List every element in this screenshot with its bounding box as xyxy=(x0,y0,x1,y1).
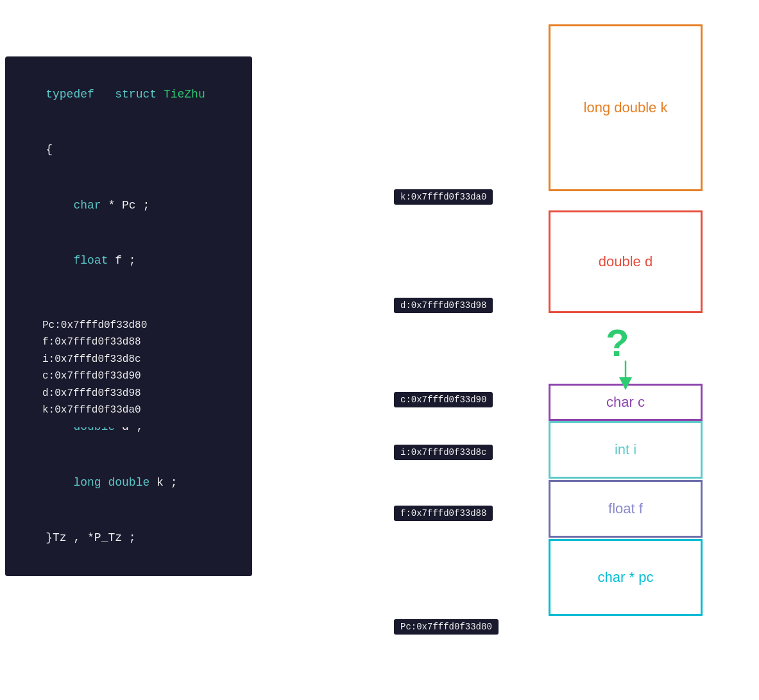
membox-char-c: char c xyxy=(549,384,703,421)
keyword-typedef: typedef xyxy=(46,88,94,101)
membox-double-d: double d xyxy=(549,210,703,313)
struct-name: TieZhu xyxy=(164,88,205,101)
addr-label-c: c:0x7fffd0f33d90 xyxy=(394,392,493,407)
addr-i: i:0x7fffd0f33d8c xyxy=(42,351,147,368)
addr-f: f:0x7fffd0f33d88 xyxy=(42,334,147,350)
addr-label-f: f:0x7fffd0f33d88 xyxy=(394,506,493,521)
code-line-9: }Tz , *P_Tz ; xyxy=(18,510,239,565)
code-line-8: long double k ; xyxy=(18,455,239,510)
addr-Pc: Pc:0x7fffd0f33d80 xyxy=(42,317,147,334)
addr-label-i: i:0x7fffd0f33d8c xyxy=(394,445,493,460)
addr-k: k:0x7fffd0f33da0 xyxy=(42,402,147,418)
membox-label-int-i: int i xyxy=(615,441,636,458)
membox-label-char-ptr-pc: char * pc xyxy=(598,569,654,586)
membox-label-long-double-k: long double k xyxy=(584,99,668,116)
addr-label-k: k:0x7fffd0f33da0 xyxy=(394,189,493,205)
code-line-2: { xyxy=(18,122,239,177)
addr-label-d: d:0x7fffd0f33d98 xyxy=(394,298,493,313)
membox-float-f: float f xyxy=(549,480,703,538)
addr-label-Pc: Pc:0x7fffd0f33d80 xyxy=(394,619,499,635)
membox-char-ptr-pc: char * pc xyxy=(549,539,703,616)
code-line-3: char * Pc ; xyxy=(18,178,239,233)
address-table: Pc:0x7fffd0f33d80 f:0x7fffd0f33d88 i:0x7… xyxy=(31,308,158,427)
code-line-1: typedef struct TieZhu xyxy=(18,67,239,122)
keyword-struct: struct xyxy=(115,88,157,101)
membox-long-double-k: long double k xyxy=(549,24,703,191)
code-line-4: float f ; xyxy=(18,233,239,288)
membox-int-i: int i xyxy=(549,421,703,479)
addr-d: d:0x7fffd0f33d98 xyxy=(42,385,147,402)
membox-label-float-f: float f xyxy=(608,500,643,517)
membox-label-char-c: char c xyxy=(606,394,645,411)
addr-c: c:0x7fffd0f33d90 xyxy=(42,368,147,384)
membox-label-double-d: double d xyxy=(599,253,652,270)
question-mark-icon: ? xyxy=(606,321,629,365)
